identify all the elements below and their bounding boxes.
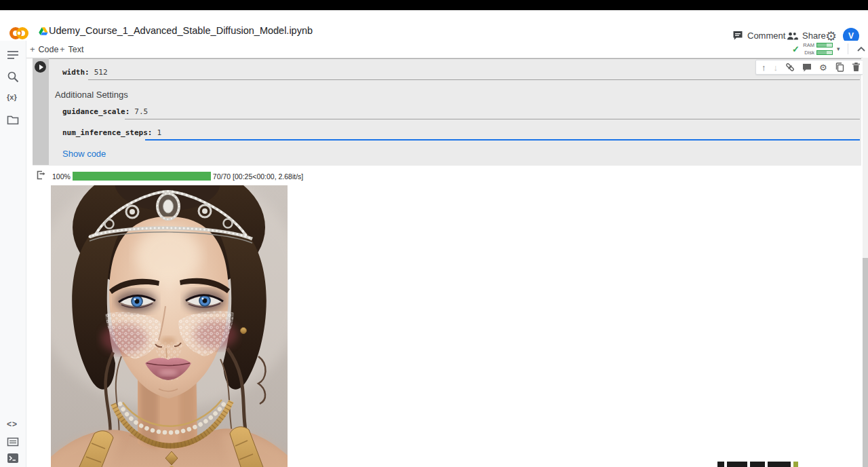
field-label: guidance_scale: (62, 107, 130, 116)
add-text-button[interactable]: + Text (60, 44, 84, 54)
field-underline-focused (145, 139, 860, 141)
progress-fill (73, 172, 211, 181)
generated-image (51, 185, 288, 467)
table-of-contents-icon[interactable] (7, 49, 19, 61)
progress-status: 70/70 [00:25<00:00, 2.68it/s] (213, 172, 303, 181)
comment-label: Comment (747, 31, 785, 41)
header: Udemy_Course_1_Advanced_Stable_Diffusion… (0, 10, 868, 41)
resources-indicator[interactable]: ✓ RAM Disk ▾ (792, 42, 866, 56)
colab-app: Udemy_Course_1_Advanced_Stable_Diffusion… (0, 0, 868, 467)
ram-label: RAM (802, 42, 814, 48)
colab-logo-icon (8, 26, 30, 41)
command-palette-icon[interactable] (7, 436, 19, 448)
partially-visible-content-fragment (717, 462, 819, 467)
copy-link-icon[interactable] (785, 62, 795, 72)
plus-icon: + (60, 44, 65, 54)
share-label: Share (802, 31, 826, 41)
show-code-link[interactable]: Show code (62, 149, 106, 159)
field-underline (88, 79, 860, 80)
comment-button[interactable]: Comment (732, 31, 785, 41)
connected-check-icon: ✓ (792, 44, 800, 54)
add-code-button[interactable]: + Code (30, 44, 58, 54)
add-comment-icon[interactable] (802, 63, 812, 72)
add-code-label: Code (39, 45, 59, 54)
files-icon[interactable] (7, 114, 19, 126)
resource-gauges: RAM Disk (802, 42, 833, 56)
copy-cell-icon[interactable] (835, 62, 844, 72)
form-section-title: Additional Settings (55, 90, 128, 100)
terminal-icon[interactable] (7, 452, 19, 464)
field-value[interactable]: 1 (157, 128, 161, 137)
cell-gutter (33, 58, 49, 165)
progress-row: 100% 70/70 [00:25<00:00, 2.68it/s] (52, 172, 303, 181)
search-icon[interactable] (7, 71, 19, 83)
ram-gauge (816, 43, 833, 48)
drive-icon (39, 27, 48, 35)
field-underline (125, 119, 860, 119)
add-text-label: Text (68, 45, 84, 54)
star-icon[interactable]: ☆ (274, 24, 283, 37)
window-top-strip (0, 0, 868, 10)
form-cell[interactable] (33, 58, 861, 166)
scrollbar-thumb[interactable] (863, 258, 868, 467)
form-field-width[interactable]: width: 512 (62, 68, 108, 77)
run-cell-button[interactable] (35, 61, 46, 73)
field-label: width: (62, 68, 90, 77)
cell-settings-icon[interactable]: ⚙ (819, 63, 827, 72)
caret-down-icon[interactable]: ▾ (837, 45, 840, 52)
move-cell-up-icon[interactable]: ↑ (762, 63, 766, 72)
code-snippets-icon[interactable]: <> (7, 419, 19, 432)
cell-output-icon (35, 170, 46, 181)
move-cell-down-icon[interactable]: ↓ (774, 63, 778, 72)
notebook-title[interactable]: Udemy_Course_1_Advanced_Stable_Diffusion… (49, 25, 313, 36)
progress-percent: 100% (52, 172, 71, 181)
variables-icon[interactable]: {x} (7, 93, 19, 105)
fragment-mark (793, 462, 798, 467)
collapse-sections-icon[interactable] (856, 45, 866, 52)
disk-label: Disk (802, 50, 814, 56)
share-button[interactable]: Share (787, 31, 826, 41)
comment-icon (732, 31, 743, 41)
field-value[interactable]: 7.5 (134, 107, 148, 116)
share-icon (787, 31, 798, 41)
field-label: num_inference_steps: (62, 128, 152, 137)
cell-toolbar: ↑ ↓ ⚙ ⋮ (755, 60, 868, 75)
left-sidebar: {x} <> (0, 41, 26, 467)
notebook-toolbar (26, 41, 868, 58)
form-field-num-inference-steps[interactable]: num_inference_steps: 1 (62, 128, 161, 137)
field-value[interactable]: 512 (94, 68, 108, 77)
toolbar-divider (848, 43, 848, 54)
form-field-guidance-scale[interactable]: guidance_scale: 7.5 (62, 107, 148, 116)
plus-icon: + (30, 44, 35, 54)
delete-cell-icon[interactable] (852, 62, 861, 72)
progress-bar (73, 172, 211, 181)
disk-gauge (816, 50, 833, 55)
